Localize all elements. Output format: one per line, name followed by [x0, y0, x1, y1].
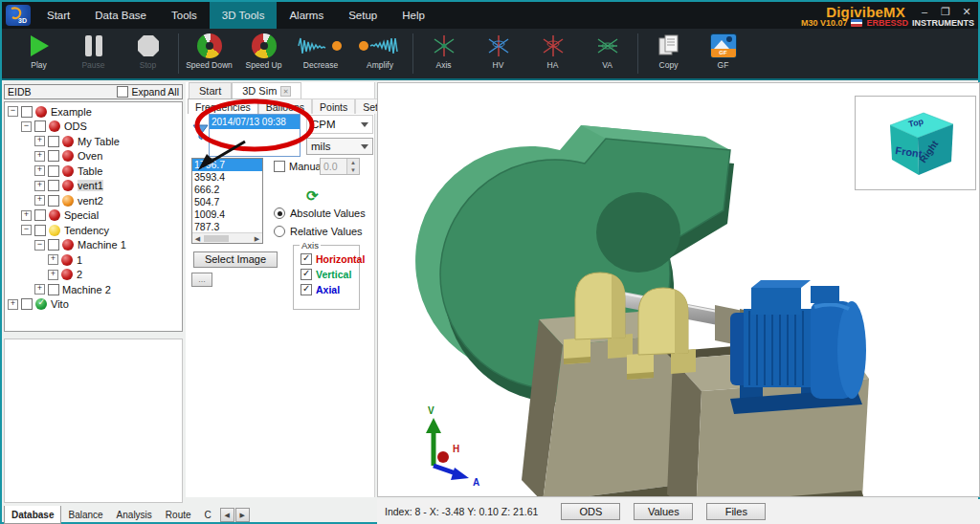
tree-item-label[interactable]: Machine 1 [78, 239, 126, 251]
scroll-right-icon[interactable]: ▶ [252, 233, 262, 244]
axis-option[interactable]: Vertical [301, 269, 359, 280]
tree-item-vent2[interactable]: +vent2 [5, 193, 182, 208]
sim-subtab[interactable]: Balloons [258, 98, 312, 114]
refresh-icon[interactable]: ⟳ [306, 187, 319, 205]
gf-button[interactable]: GF GF [696, 29, 750, 78]
status-bar-button[interactable]: ODS [561, 503, 620, 520]
tree-item-machine-1[interactable]: −Machine 1 [5, 238, 182, 253]
tree-expander-icon[interactable]: + [34, 195, 45, 206]
filter-funnel-icon[interactable] [192, 124, 209, 145]
tree-item-label[interactable]: ODS [64, 120, 87, 132]
tree-expander-icon[interactable]: + [34, 181, 45, 191]
tree-item-ods[interactable]: −ODS [5, 120, 182, 135]
frequency-list[interactable]: 1796.73593.4666.2504.71009.4787.3 ◀ ▶ [191, 158, 263, 244]
tree-item-label[interactable]: Oven [78, 150, 102, 162]
measurement-date-selected[interactable]: 2014/07/13 09:38 [210, 115, 300, 129]
tree-item-oven[interactable]: +Oven [5, 149, 182, 164]
expand-all-checkbox[interactable] [117, 86, 128, 98]
tab-scroll-left-icon[interactable]: ◀ [220, 508, 234, 522]
tree-expander-icon[interactable]: + [34, 284, 45, 295]
minimize-button[interactable]: – [917, 5, 932, 18]
tree-item-label[interactable]: Example [51, 106, 92, 118]
tree-checkbox[interactable] [34, 120, 46, 132]
frequency-list-item[interactable]: 787.3 [192, 221, 262, 232]
tree-expander-icon[interactable]: + [34, 136, 45, 146]
ha-view-button[interactable]: HA [525, 29, 580, 78]
tree-item-machine-2[interactable]: +Machine 2 [5, 282, 182, 297]
axis-view-button[interactable]: Axis [416, 29, 471, 78]
tree-expander-icon[interactable]: + [34, 151, 45, 162]
frequency-list-item[interactable]: 504.7 [192, 196, 262, 208]
checkbox-checked-icon[interactable] [301, 253, 312, 265]
tree-checkbox[interactable] [48, 165, 59, 177]
hv-view-button[interactable]: HV [471, 29, 525, 78]
tree-checkbox[interactable] [34, 225, 46, 236]
copy-button[interactable]: Copy [641, 29, 696, 78]
status-bar-button[interactable]: Values [634, 503, 693, 520]
stop-button[interactable]: Stop [121, 29, 175, 78]
orientation-cube-box[interactable]: Top Front Right [855, 96, 976, 190]
browse-button[interactable]: ... [191, 273, 212, 287]
spinner-up-icon[interactable]: ▲ [347, 159, 359, 166]
absolute-values-option[interactable]: Absolute Values [274, 207, 366, 219]
select-image-button[interactable]: Select Image [193, 251, 278, 268]
radio-selected-icon[interactable] [274, 207, 285, 219]
tree-checkbox[interactable] [48, 136, 59, 147]
unit-dropdown[interactable]: CPM [306, 115, 373, 134]
va-view-button[interactable]: VA [580, 29, 635, 78]
measurement-date-list[interactable]: 2014/07/13 09:38 [209, 114, 301, 157]
checkbox-checked-icon[interactable] [301, 284, 312, 295]
tree-checkbox[interactable] [21, 106, 33, 118]
tree-checkbox[interactable] [48, 195, 59, 207]
tree-item-tendency[interactable]: −Tendency [5, 223, 182, 238]
axis-option[interactable]: Horizontal [301, 253, 359, 265]
close-button[interactable]: ✕ [959, 5, 974, 18]
menu-item[interactable]: Data Base [82, 2, 159, 29]
tree-item-label[interactable]: Table [78, 165, 102, 177]
document-tab[interactable]: 3D Sim ✕ [232, 82, 301, 98]
document-tab[interactable]: Start ✕ [189, 82, 232, 98]
tree-item-1[interactable]: +1 [5, 252, 182, 268]
tree-item-label[interactable]: 2 [77, 269, 82, 280]
axis-option[interactable]: Axial [301, 284, 359, 295]
bottom-tab[interactable]: Database [4, 506, 61, 524]
frequency-list-item[interactable]: 1796.7 [192, 159, 262, 171]
menu-item[interactable]: Tools [159, 2, 210, 29]
tree-expander-icon[interactable]: − [8, 106, 18, 117]
tab-scroll-right-icon[interactable]: ▶ [235, 508, 250, 522]
tree-item-label[interactable]: Tendency [64, 225, 109, 236]
frequency-list-item[interactable]: 3593.4 [192, 171, 262, 184]
manual-checkbox-row[interactable]: Manual [274, 161, 323, 172]
manual-value-spinner[interactable]: 0.0 ▲ ▼ [320, 158, 360, 175]
menu-item[interactable]: Setup [336, 2, 390, 29]
tree-item-my-table[interactable]: +My Table [5, 134, 182, 149]
menu-item[interactable]: Start [34, 2, 82, 29]
menu-item[interactable]: Help [390, 2, 437, 29]
menu-item[interactable]: 3D Tools [210, 2, 278, 29]
frequency-list-item[interactable]: 666.2 [192, 184, 262, 196]
sim-subtab[interactable]: Points [312, 98, 355, 114]
status-bar-button[interactable]: Files [706, 503, 766, 520]
tree-checkbox[interactable] [34, 209, 46, 221]
tree-expander-icon[interactable]: − [21, 225, 32, 235]
bottom-tab[interactable]: C [198, 506, 218, 524]
checkbox-checked-icon[interactable] [301, 269, 312, 280]
speed-down-button[interactable]: Speed Down [182, 29, 236, 78]
tree-checkbox[interactable] [48, 239, 59, 251]
bottom-tab[interactable]: Analysis [110, 506, 159, 524]
radio-icon[interactable] [274, 226, 285, 237]
tree-checkbox[interactable] [21, 298, 33, 310]
tree-expander-icon[interactable]: + [48, 270, 58, 280]
frequency-list-item[interactable]: 1009.4 [192, 208, 262, 221]
tree-item-vent1[interactable]: +vent1 [5, 179, 182, 194]
frequency-list-hscrollbar[interactable]: ◀ ▶ [192, 232, 262, 243]
amplitude-unit-dropdown[interactable]: mils [306, 138, 373, 155]
tree-expander-icon[interactable]: − [34, 240, 45, 251]
tree-checkbox[interactable] [48, 284, 59, 295]
tree-item-label[interactable]: Vito [51, 298, 69, 310]
menu-item[interactable]: Alarms [277, 2, 336, 29]
tab-close-icon[interactable]: ✕ [280, 86, 291, 97]
tree-item-special[interactable]: +Special [5, 208, 182, 224]
tree-item-label[interactable]: vent2 [78, 195, 103, 207]
tree-checkbox[interactable] [48, 180, 59, 191]
